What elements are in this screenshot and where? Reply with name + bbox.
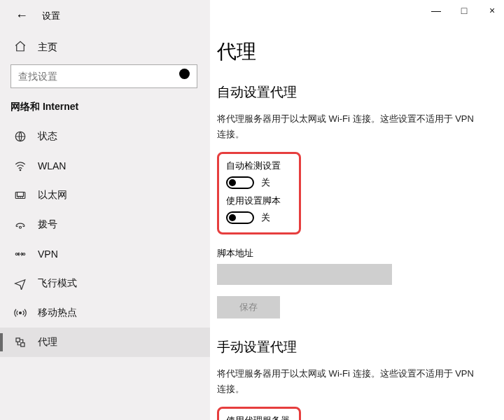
highlight-auto-toggles: 自动检测设置 关 使用设置脚本 关 <box>217 152 301 234</box>
auto-section-desc: 将代理服务器用于以太网或 Wi-Fi 连接。这些设置不适用于 VPN 连接。 <box>217 111 483 142</box>
auto-detect-toggle[interactable] <box>226 176 254 189</box>
script-address-input <box>217 264 392 285</box>
script-address-label: 脚本地址 <box>217 247 483 260</box>
auto-detect-label: 自动检测设置 <box>226 160 292 172</box>
airplane-icon <box>14 277 27 290</box>
manual-section-desc: 将代理服务器用于以太网或 Wi-Fi 连接。这些设置不适用于 VPN 连接。 <box>217 366 483 397</box>
settings-window: ← 设置 主页 网络和 Internet 状态 <box>0 0 504 420</box>
sidebar-item-label: VPN <box>38 248 58 260</box>
auto-detect-state: 关 <box>261 176 270 189</box>
page-title: 代理 <box>217 38 483 65</box>
sidebar-item-proxy[interactable]: 代理 <box>0 328 210 357</box>
use-script-state: 关 <box>261 211 270 224</box>
sidebar-item-ethernet[interactable]: 以太网 <box>0 181 210 210</box>
sidebar-item-wlan[interactable]: WLAN <box>0 151 210 181</box>
svg-rect-9 <box>16 338 20 342</box>
search-icon[interactable] <box>176 65 197 88</box>
wifi-icon <box>14 160 27 172</box>
svg-point-2 <box>20 169 21 171</box>
sidebar-header: ← 设置 <box>0 0 210 30</box>
sidebar-item-label: 拨号 <box>38 218 57 231</box>
svg-rect-4 <box>18 192 24 197</box>
hotspot-icon <box>14 307 27 319</box>
globe-icon <box>14 130 27 143</box>
home-label: 主页 <box>38 41 57 54</box>
search-input-box[interactable] <box>10 64 197 88</box>
manual-section-title: 手动设置代理 <box>217 338 483 356</box>
window-title: 设置 <box>42 10 60 22</box>
use-script-label: 使用设置脚本 <box>226 195 292 207</box>
use-proxy-block: 使用代理服务器 关 <box>226 414 292 420</box>
sidebar: ← 设置 主页 网络和 Internet 状态 <box>0 0 210 420</box>
sidebar-item-label: 移动热点 <box>38 307 77 319</box>
use-proxy-label: 使用代理服务器 <box>226 414 292 420</box>
titlebar-controls: — □ × <box>431 0 497 21</box>
use-script-toggle[interactable] <box>226 211 254 224</box>
sidebar-item-label: 状态 <box>38 130 57 143</box>
search-input[interactable] <box>11 71 176 82</box>
category-title: 网络和 Internet <box>0 101 210 122</box>
auto-section-title: 自动设置代理 <box>217 83 483 102</box>
sidebar-item-hotspot[interactable]: 移动热点 <box>0 298 210 328</box>
svg-point-5 <box>20 226 22 228</box>
sidebar-item-airplane[interactable]: 飞行模式 <box>0 269 210 298</box>
sidebar-item-status[interactable]: 状态 <box>0 122 210 151</box>
sidebar-item-label: 飞行模式 <box>38 277 77 290</box>
dialup-icon <box>14 218 27 231</box>
proxy-icon <box>14 336 27 349</box>
highlight-manual-toggle: 使用代理服务器 关 <box>217 407 301 420</box>
back-icon[interactable]: ← <box>15 8 28 23</box>
svg-point-8 <box>20 312 22 314</box>
home-icon <box>14 40 27 55</box>
auto-detect-block: 自动检测设置 关 <box>226 160 292 189</box>
nav-list: 状态 WLAN 以太网 拨号 VPN 飞行模式 <box>0 122 210 357</box>
minimize-button[interactable]: — <box>431 6 441 15</box>
svg-rect-10 <box>21 343 24 346</box>
auto-detect-toggle-row: 关 <box>226 176 292 189</box>
main-content: — □ × 代理 自动设置代理 将代理服务器用于以太网或 Wi-Fi 连接。这些… <box>210 0 504 420</box>
sidebar-item-label: WLAN <box>38 160 66 172</box>
sidebar-item-label: 以太网 <box>38 189 67 202</box>
vpn-icon <box>14 248 27 260</box>
sidebar-item-label: 代理 <box>38 336 57 349</box>
home-button[interactable]: 主页 <box>0 30 210 64</box>
svg-point-0 <box>179 69 190 79</box>
use-script-toggle-row: 关 <box>226 211 292 224</box>
sidebar-item-vpn[interactable]: VPN <box>0 239 210 269</box>
close-button[interactable]: × <box>487 6 497 15</box>
save-button: 保存 <box>217 296 280 318</box>
sidebar-item-dialup[interactable]: 拨号 <box>0 210 210 239</box>
ethernet-icon <box>14 189 27 202</box>
use-script-block: 使用设置脚本 关 <box>226 195 292 224</box>
search-container <box>0 64 210 88</box>
maximize-button[interactable]: □ <box>459 6 469 15</box>
